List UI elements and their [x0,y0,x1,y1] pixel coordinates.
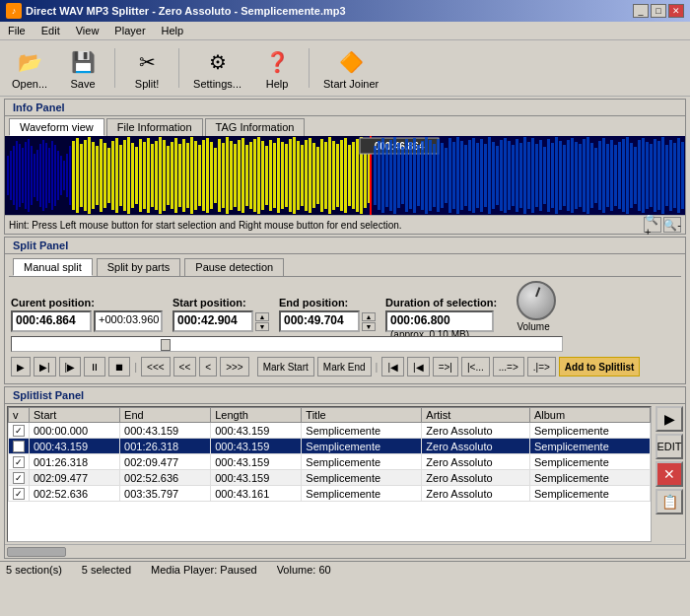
row-check[interactable]: ✓ [9,454,30,470]
end-pos-down[interactable]: ▼ [362,322,376,331]
skip-back3-button[interactable]: <<< [141,357,171,376]
nav-from-end-button[interactable]: .|=> [527,357,556,376]
svg-rect-4 [13,146,15,205]
menu-help[interactable]: Help [158,24,188,37]
row-check[interactable]: ✓ [9,486,30,502]
open-button[interactable]: 📂 Open... [6,44,53,92]
add-to-splitlist-button[interactable]: Add to Splitlist [559,357,641,376]
svg-rect-175 [657,141,660,210]
svg-rect-9 [28,139,30,212]
table-row[interactable]: ✓ 000:00.000 000:43.159 000:43.159 Sempl… [9,423,651,439]
table-row[interactable]: ✓ 001:26.318 002:09.477 000:43.159 Sempl… [9,454,651,470]
svg-rect-138 [512,145,515,206]
svg-rect-180 [677,138,680,213]
menu-view[interactable]: View [72,24,104,37]
row-check[interactable]: ✓ [9,439,30,454]
play-button[interactable]: ▶ [11,357,31,376]
play-to-button[interactable]: |▶ [59,357,82,376]
checkbox[interactable]: ✓ [13,441,25,452]
menu-file[interactable]: File [4,24,30,37]
save-button[interactable]: 💾 Save [59,44,106,92]
tab-pause-detection[interactable]: Pause detection [184,258,284,276]
waveform-display[interactable]: 000:46.864 [5,136,685,215]
copy-item-button[interactable]: 📋 [656,489,683,514]
svg-rect-66 [238,140,241,211]
svg-rect-106 [385,144,388,207]
waveform-svg: 000:46.864 [5,136,685,215]
skip-fwd3-button[interactable]: >>> [220,357,249,376]
mark-end-button[interactable]: Mark End [317,357,372,376]
start-pos-up[interactable]: ▲ [255,312,269,321]
volume-knob[interactable] [517,281,556,320]
table-row[interactable]: ✓ 000:43.159 001:26.318 000:43.159 Sempl… [9,439,651,454]
skip-back2-button[interactable]: << [173,357,197,376]
svg-rect-84 [309,138,311,213]
split-button[interactable]: ✂ Split! [123,44,171,92]
slider-thumb[interactable] [161,339,171,351]
position-slider[interactable] [11,336,563,352]
svg-rect-62 [222,143,225,208]
svg-rect-133 [492,142,495,209]
menu-edit[interactable]: Edit [37,24,64,37]
settings-button[interactable]: ⚙ Settings... [187,44,247,92]
row-artist: Zero Assoluto [422,454,530,470]
svg-rect-115 [421,141,424,210]
zoom-out-button[interactable]: 🔍- [663,217,681,233]
hint-text: Hint: Press Left mouse button for start … [9,220,402,231]
split-tabs: Manual split Split by parts Pause detect… [9,256,681,277]
checkbox[interactable]: ✓ [13,472,25,484]
svg-rect-19 [57,151,59,200]
tab-tag-info[interactable]: TAG Information [205,118,306,136]
splitlist-table-container[interactable]: v Start End Length Title Artist Album ✓ … [7,406,652,542]
mark-start-button[interactable]: Mark Start [257,357,314,376]
start-pos-down[interactable]: ▼ [255,322,269,331]
start-position-input[interactable]: 000:42.904 [172,310,253,332]
horizontal-scrollbar[interactable] [5,544,685,558]
checkbox[interactable]: ✓ [13,488,25,500]
skip-back1-button[interactable]: < [199,357,217,376]
svg-rect-40 [135,147,138,204]
tab-file-info[interactable]: File Information [106,118,203,136]
end-position-input[interactable]: 000:49.704 [279,310,360,332]
row-check[interactable]: ✓ [9,423,30,439]
pause-button[interactable]: ⏸ [84,357,105,376]
end-pos-up[interactable]: ▲ [362,312,376,321]
zoom-in-button[interactable]: 🔍+ [644,217,661,233]
nav-forward-button[interactable]: |◀ [381,357,404,376]
start-joiner-label: Start Joiner [323,78,379,90]
delete-item-button[interactable]: ✕ [656,461,683,487]
row-check[interactable]: ✓ [9,470,30,486]
svg-rect-126 [464,145,467,206]
play-item-button[interactable]: ▶ [656,406,683,432]
edit-item-button[interactable]: EDIT [656,434,683,459]
tab-split-by-parts[interactable]: Split by parts [97,258,181,276]
svg-rect-77 [281,142,284,209]
svg-rect-108 [393,137,396,214]
nav-to-start-button[interactable]: =>| [433,357,458,376]
svg-rect-167 [626,137,629,214]
play-from-button[interactable]: ▶| [34,357,56,376]
minimize-button[interactable]: _ [633,4,649,18]
tab-waveform[interactable]: Waveform view [9,118,104,136]
table-row[interactable]: ✓ 002:52.636 003:35.797 000:43.161 Sempl… [9,486,651,502]
svg-rect-5 [16,141,18,210]
help-button[interactable]: ❓ Help [253,44,301,92]
nav-to-end-button[interactable]: ...=> [493,357,524,376]
menu-player[interactable]: Player [110,24,149,37]
scrollbar-thumb[interactable] [7,547,66,557]
maximize-button[interactable]: □ [651,4,666,18]
checkbox[interactable]: ✓ [13,456,25,468]
checkbox[interactable]: ✓ [13,425,25,437]
nav-back-button[interactable]: |◀ [407,357,430,376]
close-button[interactable]: ✕ [668,4,684,18]
svg-rect-3 [10,151,12,200]
stop-button[interactable]: ⏹ [108,357,130,376]
nav-from-start-button[interactable]: |<... [461,357,490,376]
svg-rect-22 [66,154,68,197]
svg-rect-137 [508,141,511,210]
table-row[interactable]: ✓ 002:09.477 002:52.636 000:43.159 Sempl… [9,470,651,486]
svg-rect-144 [535,144,538,207]
svg-rect-27 [84,140,87,211]
start-joiner-button[interactable]: 🔶 Start Joiner [317,44,384,92]
tab-manual-split[interactable]: Manual split [13,258,93,276]
